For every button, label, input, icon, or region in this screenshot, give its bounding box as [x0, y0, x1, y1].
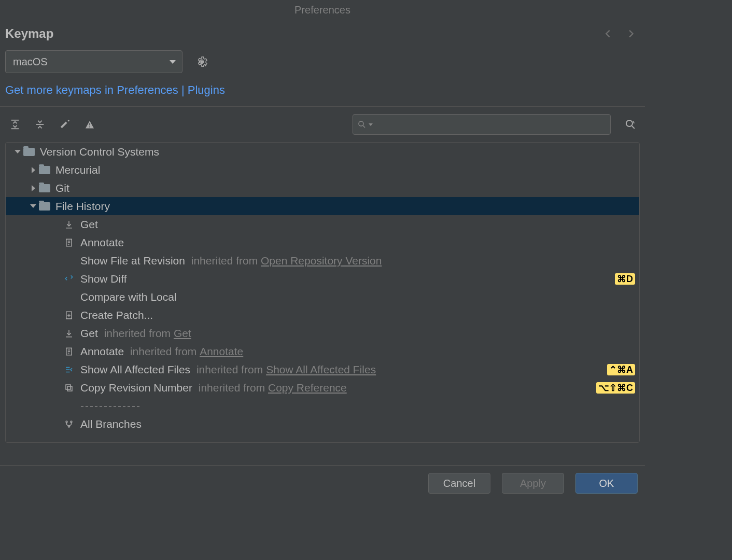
action-annotate-inherited[interactable]: Annotate inherited from Annotate — [6, 342, 639, 360]
action-copy-revision-number[interactable]: Copy Revision Number inherited from Copy… — [6, 379, 639, 397]
action-label: Copy Revision Number — [80, 382, 192, 394]
action-label: Show File at Revision — [80, 255, 185, 267]
window-title: Preferences — [0, 0, 645, 23]
separator-dashes: ------------- — [80, 400, 141, 412]
action-show-file-at-revision[interactable]: Show File at Revision inherited from Ope… — [6, 251, 639, 270]
action-compare-with-local[interactable]: Compare with Local — [6, 288, 639, 306]
action-label: Compare with Local — [80, 291, 177, 303]
action-show-all-affected-files[interactable]: Show All Affected Files inherited from S… — [6, 360, 639, 379]
tree-node-vcs[interactable]: Version Control Systems — [6, 143, 639, 161]
action-label: Get — [80, 218, 98, 231]
annotate-icon — [64, 238, 74, 247]
tree-label: File History — [55, 200, 110, 213]
folder-icon — [39, 202, 50, 211]
inherited-link[interactable]: Get — [174, 327, 191, 340]
inherited-link[interactable]: Open Repository Version — [261, 255, 382, 267]
action-label: Create Patch... — [80, 309, 153, 321]
shortcut-badge: ⌥⇧⌘C — [596, 382, 635, 394]
inherited-text: inherited from — [193, 363, 266, 376]
action-annotate[interactable]: Annotate — [6, 233, 639, 251]
shortcut-badge: ⌃⌘A — [607, 364, 635, 375]
inherited-text: inherited from — [195, 382, 268, 394]
nav-forward-icon[interactable] — [625, 28, 637, 39]
page-header: Keymap — [0, 23, 645, 50]
action-label: All Branches — [80, 418, 142, 430]
search-options-chevron-icon[interactable] — [369, 123, 373, 126]
page-title: Keymap — [5, 26, 53, 41]
inherited-text: inherited from — [127, 345, 200, 358]
keymap-tree[interactable]: Version Control Systems Mercurial Git Fi… — [5, 142, 640, 443]
download-icon — [64, 329, 74, 338]
warning-icon[interactable] — [84, 119, 95, 130]
annotate-icon — [64, 347, 74, 356]
action-label: Annotate — [80, 345, 124, 358]
dialog-footer: Cancel Apply OK — [0, 465, 645, 494]
inherited-link[interactable]: Annotate — [200, 345, 243, 358]
svg-point-0 — [200, 60, 203, 63]
svg-rect-7 — [66, 385, 71, 389]
download-icon — [64, 220, 74, 229]
inherited-link[interactable]: Show All Affected Files — [266, 363, 376, 376]
apply-button[interactable]: Apply — [502, 473, 564, 494]
chevron-down-icon — [30, 204, 36, 208]
find-by-shortcut-icon[interactable] — [624, 118, 637, 131]
edit-icon[interactable] — [59, 119, 71, 130]
action-get[interactable]: Get — [6, 215, 639, 233]
copy-icon — [64, 383, 74, 393]
nav-back-icon[interactable] — [602, 28, 614, 39]
action-create-patch[interactable]: Create Patch... — [6, 306, 639, 324]
folder-icon — [23, 148, 35, 156]
expand-all-icon[interactable] — [9, 119, 21, 130]
keymap-settings-button[interactable] — [196, 56, 207, 67]
search-input[interactable] — [353, 114, 611, 135]
svg-point-2 — [626, 120, 632, 127]
diff-icon — [64, 274, 74, 284]
affected-files-icon — [64, 365, 74, 374]
action-label: Show All Affected Files — [80, 363, 190, 376]
folder-icon — [39, 166, 50, 174]
action-get-inherited[interactable]: Get inherited from Get — [6, 324, 639, 342]
chevron-right-icon — [32, 167, 35, 173]
tree-label: Version Control Systems — [40, 146, 159, 158]
action-label: Show Diff — [80, 273, 127, 285]
svg-point-8 — [66, 421, 67, 423]
svg-rect-6 — [67, 386, 72, 391]
chevron-right-icon — [32, 185, 35, 191]
tree-label: Mercurial — [55, 164, 100, 176]
chevron-down-icon — [170, 60, 176, 64]
search-icon — [357, 120, 367, 129]
action-separator: ------------- — [6, 397, 639, 415]
folder-icon — [39, 184, 50, 192]
shortcut-badge: ⌘D — [615, 273, 635, 285]
chevron-down-icon — [15, 150, 21, 153]
svg-point-1 — [359, 121, 363, 126]
plugins-hint-row: Get more keymaps in Preferences | Plugin… — [0, 78, 645, 107]
cancel-button[interactable]: Cancel — [428, 473, 490, 494]
inherited-text: inherited from — [188, 255, 261, 267]
action-show-diff[interactable]: Show Diff ⌘D — [6, 270, 639, 288]
keymap-select-value: macOS — [13, 56, 48, 68]
tree-label: Git — [55, 182, 69, 194]
branch-icon — [64, 419, 74, 429]
inherited-link[interactable]: Copy Reference — [268, 382, 347, 394]
action-label: Get — [80, 327, 98, 340]
tree-node-mercurial[interactable]: Mercurial — [6, 161, 639, 179]
patch-icon — [64, 311, 74, 320]
plugins-link[interactable]: Get more keymaps in Preferences | Plugin… — [5, 83, 225, 96]
inherited-text: inherited from — [101, 327, 174, 340]
keymap-select[interactable]: macOS — [5, 50, 182, 73]
tree-node-file-history[interactable]: File History — [6, 197, 639, 215]
tree-node-git[interactable]: Git — [6, 179, 639, 197]
action-all-branches[interactable]: All Branches — [6, 415, 639, 433]
action-label: Annotate — [80, 236, 124, 249]
keymap-toolbar — [0, 107, 645, 142]
collapse-all-icon[interactable] — [34, 119, 46, 130]
ok-button[interactable]: OK — [575, 473, 638, 494]
svg-point-9 — [71, 421, 72, 423]
